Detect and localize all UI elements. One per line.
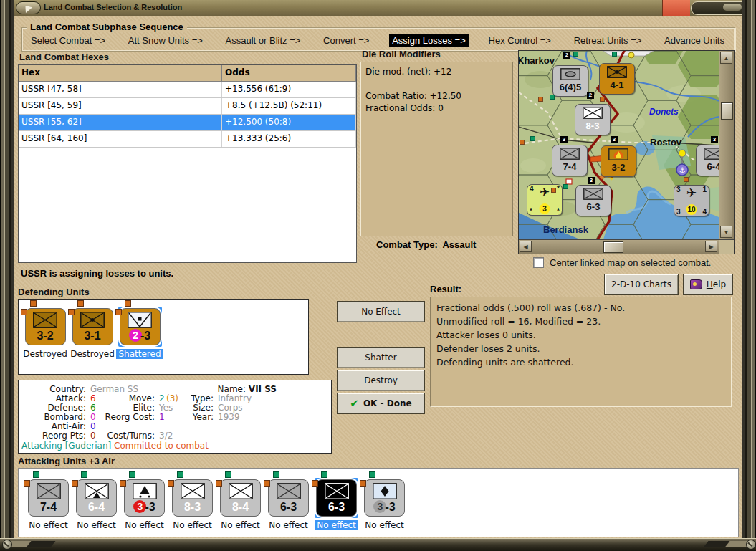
unit-symbol-icon bbox=[85, 483, 109, 499]
window-frame-left bbox=[0, 0, 14, 551]
unit-counter[interactable]: 8-4 bbox=[220, 479, 261, 517]
defending-unit[interactable]: 2-3 Shattered bbox=[116, 307, 163, 360]
minimize-capsule[interactable] bbox=[691, 1, 745, 15]
map-place-label: Kharkov bbox=[519, 55, 555, 66]
unit-counter[interactable]: 3-2 bbox=[25, 308, 66, 345]
v-scroll-thumb[interactable] bbox=[721, 102, 733, 120]
screw-decor bbox=[2, 540, 12, 550]
ok-done-button[interactable]: ✔ OK - Done bbox=[337, 393, 425, 414]
subphase-sequence: Select Combat =>Att Snow Units =>Assault… bbox=[28, 34, 727, 47]
map-unit[interactable]: 6-3 bbox=[575, 185, 611, 216]
die-roll-modifiers-box: Die mod. (net): +12 Combat Ratio: +12.50… bbox=[360, 62, 513, 236]
text-line bbox=[365, 78, 508, 90]
charts-button[interactable]: 2-D-10 Charts bbox=[604, 274, 679, 295]
table-row[interactable]: USSR [47, 58] +13.556 (61:9) bbox=[19, 82, 356, 98]
table-row[interactable]: USSR [45, 59] +8.5 (+12.5B) (52:11) bbox=[19, 98, 356, 115]
attacking-unit[interactable]: 8-3 No effect bbox=[168, 478, 216, 530]
title-bar: Land Combat Selection & Resolution bbox=[0, 0, 756, 17]
map-unit[interactable]: 6-4 bbox=[696, 145, 719, 176]
unit-counter[interactable]: 7-4 bbox=[28, 479, 69, 517]
subphase-step: Retreat Units => bbox=[571, 34, 645, 47]
unit-symbol-icon bbox=[560, 68, 580, 80]
map-unit[interactable]: 3 1 3 4 ✈ 10 bbox=[674, 185, 709, 216]
map-unit[interactable]: 3-2 bbox=[601, 145, 636, 177]
unit-counter[interactable]: 3-1 bbox=[72, 308, 113, 345]
window-arrow-button[interactable] bbox=[16, 1, 41, 14]
destroy-button[interactable]: Destroy bbox=[337, 370, 425, 391]
unit-counter[interactable]: 8-3 bbox=[172, 479, 213, 517]
orange-marker bbox=[21, 309, 27, 315]
attacking-unit[interactable]: 3-3 No effect bbox=[120, 478, 168, 530]
map-unit[interactable]: 6(4)5 bbox=[552, 65, 588, 97]
attacking-unit[interactable]: 3-3 No effect bbox=[360, 478, 408, 530]
unit-symbol-icon bbox=[704, 148, 719, 160]
unit-symbol-icon bbox=[277, 483, 301, 499]
table-row[interactable]: USSR [55, 62] +12.500 (50:8) bbox=[19, 115, 356, 131]
map-unit[interactable]: 4 * * * ✈ 3 bbox=[527, 184, 563, 216]
orange-dot-marker bbox=[520, 140, 525, 145]
table-row[interactable]: USSR [64, 160] +13.333 (25:6) bbox=[19, 131, 356, 148]
linked-map[interactable]: ⚓ KharkovDonetsRostovBerdiansk 6(4)5 4-1… bbox=[518, 50, 735, 254]
stack-count-marker: 3 bbox=[588, 177, 595, 184]
map-viewport[interactable]: ⚓ KharkovDonetsRostovBerdiansk 6(4)5 4-1… bbox=[519, 51, 719, 239]
combat-hexes-table[interactable]: Hex Odds USSR [47, 58] +13.556 (61:9) US… bbox=[18, 64, 357, 263]
shatter-button[interactable]: Shatter bbox=[337, 347, 425, 368]
attacking-unit[interactable]: 6-3 No effect bbox=[312, 478, 360, 531]
green-marker bbox=[77, 300, 84, 307]
subphase-step: Convert => bbox=[320, 34, 372, 47]
map-unit[interactable]: 4-1 bbox=[599, 63, 635, 95]
orange-marker bbox=[360, 480, 366, 487]
defending-units-row: 3-2 Destroyed 3-1 Destroyed 2-3 Shattere… bbox=[21, 307, 163, 360]
attacking-unit[interactable]: 6-3 No effect bbox=[264, 478, 312, 530]
attacking-units-row: 7-4 No effect 6-4 No effect 3-3 No effec… bbox=[24, 478, 408, 531]
defending-unit[interactable]: 3-2 Destroyed bbox=[21, 307, 69, 359]
close-button[interactable] bbox=[662, 0, 690, 16]
unit-info-panel: Country:German SSName: VII SSAttack:6Mov… bbox=[18, 380, 332, 454]
attacking-unit[interactable]: 8-4 No effect bbox=[216, 478, 264, 530]
unit-status: No effect bbox=[216, 520, 264, 530]
scroll-down-icon[interactable]: ▼ bbox=[720, 226, 732, 238]
subphase-step: Assault or Blitz => bbox=[223, 34, 304, 47]
unit-counter[interactable]: 6-4 bbox=[76, 479, 117, 517]
unit-notes: Attacking [Guderian] Committed to combat bbox=[21, 441, 209, 451]
scroll-up-icon[interactable]: ▲ bbox=[720, 52, 732, 64]
scroll-right-icon[interactable]: ▶ bbox=[705, 241, 717, 252]
help-button[interactable]: Help bbox=[683, 274, 733, 295]
check-icon: ✔ bbox=[350, 397, 359, 410]
unit-counter[interactable]: 3-3 bbox=[124, 479, 165, 517]
map-unit[interactable]: 7-4 bbox=[552, 145, 588, 176]
attacking-units-title: Attacking Units +3 Air bbox=[18, 456, 115, 466]
defending-units-title: Defending Units bbox=[18, 287, 90, 297]
orange-marker bbox=[68, 309, 75, 315]
svg-text:⚓: ⚓ bbox=[679, 166, 686, 174]
air-value-badge: 10 bbox=[686, 204, 697, 215]
no-effect-button[interactable]: No Effect bbox=[337, 301, 425, 322]
unit-counter[interactable]: 6-3 bbox=[316, 479, 357, 517]
attacking-unit[interactable]: 7-4 No effect bbox=[24, 478, 72, 530]
h-scroll-thumb[interactable] bbox=[603, 241, 623, 253]
attacking-unit[interactable]: 6-4 No effect bbox=[72, 478, 120, 530]
map-horizontal-scrollbar[interactable]: ◀ ▶ bbox=[519, 239, 719, 254]
center-map-checkbox[interactable] bbox=[533, 257, 544, 268]
unit-symbol-icon bbox=[33, 312, 57, 328]
unit-counter[interactable]: 6-3 bbox=[268, 479, 309, 517]
text-line: Fractional odds (.500) roll was (.687) -… bbox=[436, 301, 725, 315]
unit-status: Destroyed bbox=[69, 349, 116, 359]
unit-symbol-icon bbox=[560, 148, 580, 160]
defending-unit[interactable]: 3-1 Destroyed bbox=[69, 307, 116, 359]
green-marker bbox=[129, 471, 135, 478]
unit-status: Destroyed bbox=[21, 349, 69, 359]
unit-counter[interactable]: 2-3 bbox=[120, 308, 161, 345]
green-marker bbox=[81, 471, 87, 478]
map-vertical-scrollbar[interactable]: ▲ ▼ bbox=[719, 51, 734, 239]
orange-marker bbox=[312, 480, 318, 487]
map-unit[interactable]: 8-3 bbox=[575, 104, 611, 135]
frame-decor bbox=[26, 541, 55, 547]
text-line: Fractional Odds: 0 bbox=[365, 102, 508, 115]
scroll-left-icon[interactable]: ◀ bbox=[520, 241, 532, 252]
unit-counter[interactable]: 3-3 bbox=[364, 479, 405, 517]
orange-marker bbox=[168, 480, 174, 487]
green-dot-marker bbox=[550, 95, 555, 100]
center-map-option: Center linked map on selected combat. bbox=[533, 257, 711, 268]
orange-dot-marker bbox=[551, 188, 556, 193]
